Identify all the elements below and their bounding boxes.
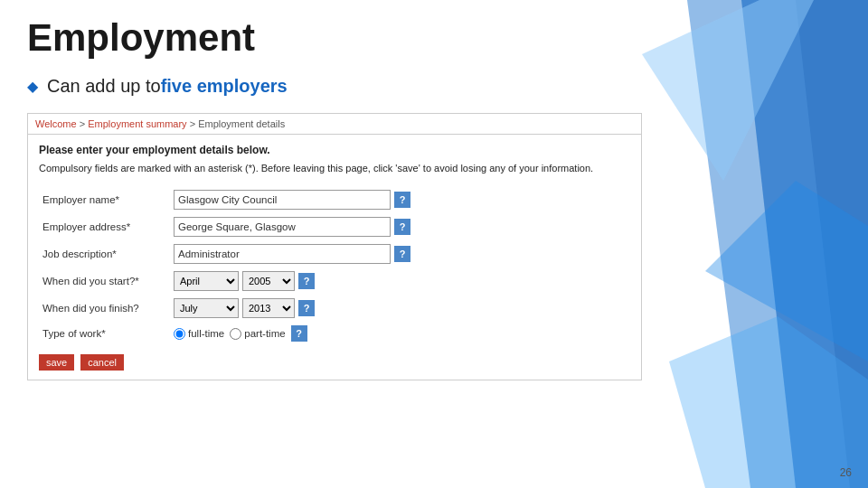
- bullet-text-before: Can add up to: [47, 76, 161, 97]
- table-row: Employer address* ?: [39, 213, 630, 240]
- field-label-finish-date: When did you finish?: [39, 295, 170, 322]
- bullet-highlight: five employers: [161, 76, 288, 97]
- type-of-work-help-button[interactable]: ?: [291, 325, 307, 342]
- employer-address-input[interactable]: [174, 217, 391, 237]
- start-date-help-button[interactable]: ?: [298, 273, 315, 289]
- field-label-employer-address: Employer address*: [39, 213, 170, 240]
- radio-fulltime-input[interactable]: [174, 328, 185, 340]
- finish-year-select[interactable]: 2010 2011 2012 2013 2014 2015: [242, 298, 295, 318]
- employer-name-help-button[interactable]: ?: [394, 192, 410, 208]
- breadcrumb-employment-summary[interactable]: Employment summary: [88, 118, 186, 129]
- employer-name-field-group: ?: [174, 190, 627, 210]
- page-title: Employment: [27, 16, 841, 60]
- form-actions: save cancel: [39, 354, 630, 371]
- table-row: Job description* ?: [39, 240, 630, 267]
- finish-date-help-button[interactable]: ?: [298, 300, 315, 316]
- finish-month-select[interactable]: January February March April May June Ju…: [174, 298, 239, 318]
- table-row: When did you start?* January February Ma…: [39, 267, 630, 295]
- table-row: Employer name* ?: [39, 186, 630, 213]
- radio-fulltime-label[interactable]: full-time: [174, 328, 224, 340]
- breadcrumb-welcome[interactable]: Welcome: [35, 118, 77, 129]
- job-description-input[interactable]: [174, 244, 391, 264]
- start-month-select[interactable]: January February March April May June Ju…: [174, 271, 239, 291]
- field-label-job-description: Job description*: [39, 240, 170, 267]
- radio-parttime-label[interactable]: part-time: [230, 328, 285, 340]
- field-label-start-date: When did you start?*: [39, 267, 170, 295]
- form-intro-title: Please enter your employment details bel…: [39, 144, 630, 156]
- field-label-type-of-work: Type of work*: [39, 322, 170, 345]
- finish-date-field-group: January February March April May June Ju…: [174, 298, 627, 318]
- employer-address-field-group: ?: [174, 217, 627, 237]
- job-description-help-button[interactable]: ?: [394, 246, 410, 262]
- form-intro-note: Compulsory fields are marked with an ast…: [39, 162, 630, 175]
- cancel-button[interactable]: cancel: [80, 354, 124, 371]
- breadcrumb-employment-details: Employment details: [198, 118, 285, 129]
- employer-address-help-button[interactable]: ?: [394, 219, 410, 235]
- breadcrumb-sep2: >: [190, 118, 198, 129]
- employer-name-input[interactable]: [174, 190, 391, 210]
- job-description-field-group: ?: [174, 244, 627, 264]
- table-row: Type of work* full-time part-time: [39, 322, 630, 345]
- start-year-select[interactable]: 2000 2001 2002 2003 2004 2005 2006 2007 …: [242, 271, 295, 291]
- start-date-field-group: January February March April May June Ju…: [174, 271, 627, 291]
- form-body: Please enter your employment details bel…: [28, 135, 641, 380]
- employment-form-panel: Welcome > Employment summary > Employmen…: [27, 113, 642, 380]
- field-label-employer-name: Employer name*: [39, 186, 170, 213]
- table-row: When did you finish? January February Ma…: [39, 295, 630, 322]
- breadcrumb: Welcome > Employment summary > Employmen…: [28, 114, 641, 135]
- radio-parttime-text: part-time: [244, 328, 285, 339]
- radio-parttime-input[interactable]: [230, 328, 241, 340]
- radio-fulltime-text: full-time: [188, 328, 224, 339]
- page-number: 26: [840, 466, 852, 479]
- breadcrumb-sep1: >: [80, 118, 88, 129]
- save-button[interactable]: save: [39, 354, 74, 371]
- form-table: Employer name* ? Employer address*: [39, 186, 630, 345]
- bullet-item: Can add up to five employers: [27, 76, 841, 97]
- type-of-work-group: full-time part-time ?: [174, 325, 627, 342]
